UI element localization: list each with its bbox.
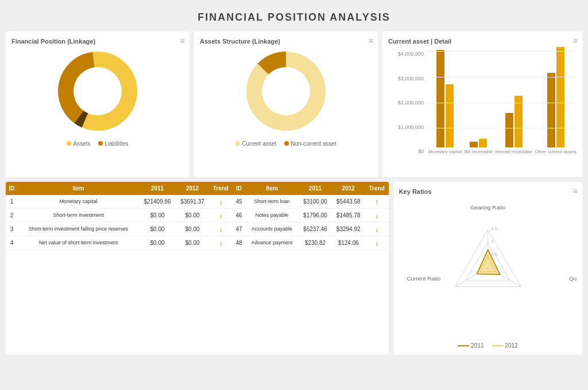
svg-text:Current Ratio: Current Ratio: [407, 275, 441, 282]
bar-chart-container: $4,000,000 $3,000,000 $2,000,000 $1,000,…: [388, 45, 577, 171]
table-row: 1 Monetary capital $21409.86 $3691.37 ↓ …: [6, 195, 389, 209]
cell-2011-1: $0.00: [139, 236, 176, 250]
radar-chart-svg: Gearing Ratio Quick Ratio Current Ratio: [399, 198, 577, 337]
radar-legend-2012: 2012: [492, 342, 517, 349]
cell-2012-2: $1485.78: [332, 209, 365, 223]
cell-item2: Short-term loan: [245, 195, 299, 209]
svg-text:Quick Ratio: Quick Ratio: [569, 275, 577, 282]
y-label-0: $0: [418, 149, 424, 154]
assets-structure-legend: Current asset Non-current asset: [235, 141, 336, 147]
key-ratios-title: Key Ratios: [399, 188, 432, 195]
current-asset-menu-icon[interactable]: ≡: [573, 36, 578, 45]
cell-id2: 48: [233, 236, 245, 250]
col-item1: Item: [18, 182, 139, 195]
cell-item2: Accounts payable: [245, 223, 299, 236]
current-asset-card: Current asset | Detail ≡ $4,000,000 $3,0…: [382, 32, 582, 177]
cell-trend1: ↓: [209, 209, 233, 223]
cell-id2: 47: [233, 223, 245, 236]
cell-trend1: ↓: [209, 195, 233, 209]
assets-legend-label: Assets: [73, 141, 90, 147]
col-2012-2: 2012: [332, 182, 365, 195]
cell-2012-1: $3691.37: [176, 195, 209, 209]
cell-id2: 46: [233, 209, 245, 223]
data-table-card: ID Item 2011 2012 Trend ID Item 2011 201…: [6, 182, 389, 354]
svg-text:0.5: 0.5: [491, 252, 497, 257]
y-label-1m: $1,000,000: [398, 124, 424, 130]
grid-line-3m: [427, 77, 577, 77]
cell-2012-2: $124.06: [332, 236, 365, 250]
financial-position-title: Financial Position (Linkage): [11, 38, 95, 45]
col-id1: ID: [6, 182, 18, 195]
table-header-row: ID Item 2011 2012 Trend ID Item 2011 201…: [6, 182, 389, 195]
radar-legend: 2011 2012: [399, 342, 577, 349]
financial-position-donut-container: Assets Liabilities: [11, 45, 184, 147]
cell-2012-2: $3294.92: [332, 223, 365, 236]
cell-2011-1: $0.00: [139, 223, 176, 236]
grid-line-0: [427, 154, 577, 154]
cell-trend1: ↓: [209, 236, 233, 250]
y-label-2m: $2,000,000: [398, 100, 424, 106]
cell-trend2: ↓: [365, 236, 389, 250]
cell-id1: 2: [6, 209, 18, 223]
financial-position-card: Financial Position (Linkage) ≡ Assets Li…: [6, 32, 189, 177]
assets-structure-card: Assets Structure (Linkage) ≡ Current ass…: [194, 32, 378, 177]
cell-item1: Short-term investment: [18, 209, 139, 223]
cell-id1: 3: [6, 223, 18, 236]
table-body: 1 Monetary capital $21409.86 $3691.37 ↓ …: [6, 195, 389, 250]
svg-point-6: [262, 67, 310, 115]
page-title: FINANCIAL POSITION ANALYSIS: [6, 11, 582, 24]
current-asset-legend-label: Current asset: [242, 141, 276, 147]
table-row: 2 Short-term investment $0.00 $0.00 ↓ 46…: [6, 209, 389, 223]
cell-2011-1: $21409.86: [139, 195, 176, 209]
assets-structure-donut-container: Current asset Non-current asset: [200, 45, 372, 147]
cell-trend2: ↑: [365, 195, 389, 209]
cell-2012-1: $0.00: [176, 236, 209, 250]
financial-position-donut-svg: [52, 45, 144, 137]
col-item2: Item: [245, 182, 299, 195]
cell-id1: 1: [6, 195, 18, 209]
assets-structure-donut-svg: [240, 45, 332, 137]
key-ratios-card: Key Ratios ≡ Gearing Ratio Quick Ratio C…: [393, 182, 582, 354]
grid-line-1m: [427, 128, 577, 128]
grid-line-4m: [427, 51, 577, 52]
bottom-row: ID Item 2011 2012 Trend ID Item 2011 201…: [6, 182, 582, 354]
cell-2011-1: $0.00: [139, 209, 176, 223]
cell-trend1: ↓: [209, 223, 233, 236]
col-id2: ID: [233, 182, 245, 195]
cell-id2: 45: [233, 195, 245, 209]
radar-legend-2011: 2011: [458, 342, 483, 349]
col-trend1: Trend: [209, 182, 233, 195]
cell-item1: Short-term investment falling price rese…: [18, 223, 139, 236]
col-trend2: Trend: [365, 182, 389, 195]
cell-2011-2: $230.82: [299, 236, 332, 250]
table-row: 3 Short-term investment falling price re…: [6, 223, 389, 236]
key-ratios-menu-icon[interactable]: ≡: [573, 186, 578, 196]
noncurrent-asset-legend-label: Non-current asset: [291, 141, 336, 147]
bar-chart-y-axis: $4,000,000 $3,000,000 $2,000,000 $1,000,…: [388, 51, 427, 154]
col-2011-2: 2011: [299, 182, 332, 195]
grid-line-2m: [427, 103, 577, 103]
bar-chart-gridlines: [427, 51, 577, 154]
table-scroll[interactable]: ID Item 2011 2012 Trend ID Item 2011 201…: [6, 182, 389, 250]
financial-position-legend: Assets Liabilities: [67, 141, 128, 147]
cell-2012-1: $0.00: [176, 223, 209, 236]
svg-text:1.5: 1.5: [491, 226, 497, 231]
assets-structure-menu-icon[interactable]: ≡: [369, 36, 373, 45]
cell-2012-2: $5443.58: [332, 195, 365, 209]
cell-item1: Net value of short-term investment: [18, 236, 139, 250]
cell-2011-2: $3100.00: [299, 195, 332, 209]
cell-trend2: ↓: [365, 209, 389, 223]
cell-id1: 4: [6, 236, 18, 250]
cell-2012-1: $0.00: [176, 209, 209, 223]
table-row: 4 Net value of short-term investment $0.…: [6, 236, 389, 250]
cell-item2: Notes payable: [245, 209, 299, 223]
financial-position-menu-icon[interactable]: ≡: [180, 36, 185, 45]
svg-text:Gearing Ratio: Gearing Ratio: [470, 204, 506, 210]
col-2012-1: 2012: [176, 182, 209, 195]
cell-2011-2: $5237.46: [299, 223, 332, 236]
svg-text:1: 1: [491, 239, 493, 244]
y-label-4m: $4,000,000: [398, 51, 424, 57]
cell-item1: Monetary capital: [18, 195, 139, 209]
cell-2011-2: $1796.00: [299, 209, 332, 223]
cell-item2: Advance payment: [245, 236, 299, 250]
